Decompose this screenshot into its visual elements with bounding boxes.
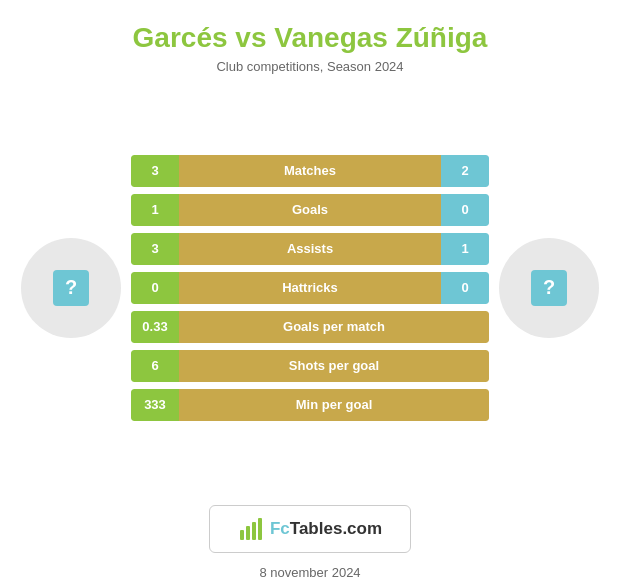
- stat-label: Matches: [179, 155, 441, 187]
- stat-row: 333Min per goal: [131, 389, 489, 421]
- stat-row: 0Hattricks0: [131, 272, 489, 304]
- avatar-left: ?: [21, 238, 121, 338]
- stat-left-value: 3: [131, 233, 179, 265]
- avatar-right-icon: ?: [531, 270, 567, 306]
- stat-label: Goals: [179, 194, 441, 226]
- svg-rect-2: [252, 522, 256, 540]
- stat-left-value: 6: [131, 350, 179, 382]
- svg-rect-1: [246, 526, 250, 540]
- stat-row: 6Shots per goal: [131, 350, 489, 382]
- stat-label: Goals per match: [179, 311, 489, 343]
- stat-left-value: 333: [131, 389, 179, 421]
- logo-box: FcTables.com: [209, 505, 411, 553]
- stat-left-value: 0: [131, 272, 179, 304]
- page: Garcés vs Vanegas Zúñiga Club competitio…: [0, 0, 620, 580]
- date-label: 8 november 2024: [259, 565, 360, 580]
- page-subtitle: Club competitions, Season 2024: [216, 59, 403, 74]
- stat-row: 3Assists1: [131, 233, 489, 265]
- stat-row: 1Goals0: [131, 194, 489, 226]
- stat-left-value: 0.33: [131, 311, 179, 343]
- stat-left-value: 3: [131, 155, 179, 187]
- stat-right-value: 2: [441, 155, 489, 187]
- main-content: ? 3Matches21Goals03Assists10Hattricks00.…: [0, 92, 620, 483]
- stat-right-value: 1: [441, 233, 489, 265]
- page-title: Garcés vs Vanegas Zúñiga: [133, 22, 488, 54]
- stat-right-value: 0: [441, 194, 489, 226]
- svg-rect-0: [240, 530, 244, 540]
- avatar-left-icon: ?: [53, 270, 89, 306]
- stat-left-value: 1: [131, 194, 179, 226]
- logo-text: FcTables.com: [270, 519, 382, 539]
- stat-label: Shots per goal: [179, 350, 489, 382]
- stat-row: 3Matches2: [131, 155, 489, 187]
- stat-label: Hattricks: [179, 272, 441, 304]
- stat-label: Min per goal: [179, 389, 489, 421]
- stat-label: Assists: [179, 233, 441, 265]
- stat-row: 0.33Goals per match: [131, 311, 489, 343]
- svg-rect-3: [258, 518, 262, 540]
- stats-panel: 3Matches21Goals03Assists10Hattricks00.33…: [131, 155, 489, 421]
- logo-icon: [238, 516, 264, 542]
- logo-tables: Tables.com: [290, 519, 382, 538]
- avatar-right: ?: [499, 238, 599, 338]
- logo-fc: Fc: [270, 519, 290, 538]
- stat-right-value: 0: [441, 272, 489, 304]
